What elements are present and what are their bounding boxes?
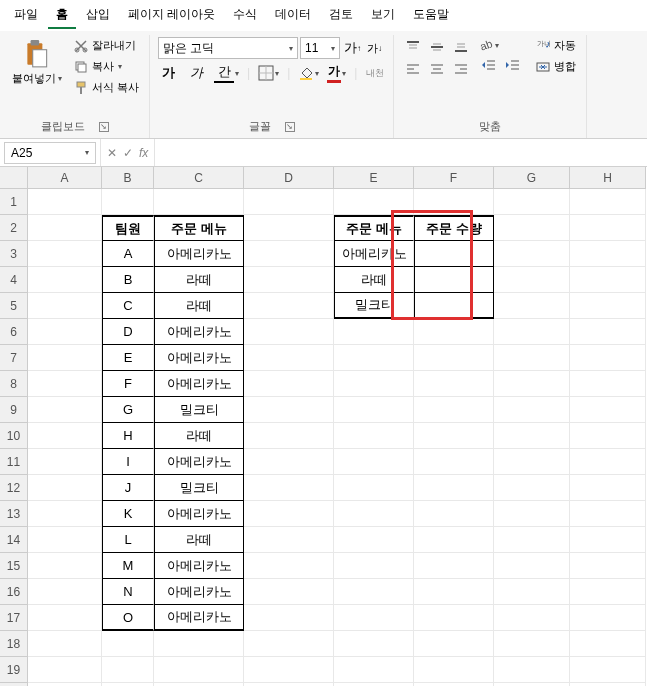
cell[interactable] bbox=[494, 267, 570, 293]
cell[interactable] bbox=[494, 527, 570, 553]
col-header[interactable]: G bbox=[494, 167, 570, 189]
insert-function-button[interactable]: fx bbox=[139, 146, 148, 160]
cell[interactable] bbox=[28, 449, 102, 475]
cell[interactable] bbox=[414, 657, 494, 683]
cell[interactable] bbox=[414, 345, 494, 371]
cell[interactable]: 팀원 bbox=[102, 215, 154, 241]
cell[interactable] bbox=[570, 579, 646, 605]
increase-font-button[interactable]: 가↑ bbox=[342, 37, 363, 59]
cell[interactable] bbox=[494, 605, 570, 631]
menu-file[interactable]: 파일 bbox=[6, 2, 46, 29]
cell[interactable] bbox=[334, 319, 414, 345]
cell[interactable] bbox=[28, 345, 102, 371]
cell[interactable] bbox=[244, 293, 334, 319]
cell[interactable] bbox=[334, 527, 414, 553]
menu-insert[interactable]: 삽입 bbox=[78, 2, 118, 29]
cell[interactable] bbox=[28, 657, 102, 683]
cell[interactable] bbox=[334, 423, 414, 449]
cell[interactable]: 라떼 bbox=[154, 293, 244, 319]
cell[interactable]: 라떼 bbox=[154, 527, 244, 553]
cell[interactable] bbox=[244, 423, 334, 449]
cell[interactable] bbox=[28, 553, 102, 579]
cell[interactable]: K bbox=[102, 501, 154, 527]
cell[interactable] bbox=[414, 371, 494, 397]
cell[interactable] bbox=[28, 267, 102, 293]
cell[interactable]: C bbox=[102, 293, 154, 319]
select-all-corner[interactable] bbox=[0, 167, 28, 189]
align-left-button[interactable] bbox=[402, 59, 424, 79]
cell[interactable]: I bbox=[102, 449, 154, 475]
cell[interactable] bbox=[102, 189, 154, 215]
cell[interactable] bbox=[494, 319, 570, 345]
cell[interactable] bbox=[28, 475, 102, 501]
cell[interactable] bbox=[494, 475, 570, 501]
cell[interactable]: O bbox=[102, 605, 154, 631]
col-header[interactable]: C bbox=[154, 167, 244, 189]
cell[interactable] bbox=[414, 241, 494, 267]
menu-review[interactable]: 검토 bbox=[321, 2, 361, 29]
cell[interactable]: 아메리카노 bbox=[154, 579, 244, 605]
dialog-launcher-icon[interactable]: ↘ bbox=[285, 122, 295, 132]
row-header[interactable]: 17 bbox=[0, 605, 28, 631]
cell[interactable] bbox=[244, 553, 334, 579]
cell[interactable] bbox=[570, 371, 646, 397]
menu-formulas[interactable]: 수식 bbox=[225, 2, 265, 29]
cell[interactable] bbox=[334, 397, 414, 423]
copy-button[interactable]: 복사 ▾ bbox=[72, 58, 141, 75]
cell[interactable] bbox=[334, 501, 414, 527]
cell[interactable]: G bbox=[102, 397, 154, 423]
cell[interactable] bbox=[494, 423, 570, 449]
row-header[interactable]: 12 bbox=[0, 475, 28, 501]
formula-input[interactable] bbox=[155, 139, 647, 166]
col-header[interactable]: F bbox=[414, 167, 494, 189]
cell[interactable] bbox=[414, 293, 494, 319]
cell[interactable] bbox=[570, 241, 646, 267]
cell[interactable] bbox=[570, 397, 646, 423]
cell[interactable] bbox=[494, 631, 570, 657]
cell[interactable] bbox=[494, 241, 570, 267]
cancel-formula-button[interactable]: ✕ bbox=[107, 146, 117, 160]
cell[interactable] bbox=[28, 371, 102, 397]
underline-button[interactable]: 간▾ bbox=[214, 63, 239, 83]
font-size-select[interactable]: 11 ▾ bbox=[300, 37, 340, 59]
cell[interactable]: A bbox=[102, 241, 154, 267]
cell[interactable]: 아메리카노 bbox=[154, 371, 244, 397]
fill-color-button[interactable]: ▾ bbox=[298, 65, 319, 81]
cell[interactable]: N bbox=[102, 579, 154, 605]
cell[interactable]: L bbox=[102, 527, 154, 553]
row-header[interactable]: 3 bbox=[0, 241, 28, 267]
cell[interactable] bbox=[414, 553, 494, 579]
cell[interactable] bbox=[244, 241, 334, 267]
format-painter-button[interactable]: 서식 복사 bbox=[72, 79, 141, 96]
row-header[interactable]: 16 bbox=[0, 579, 28, 605]
cell[interactable]: 아메리카노 bbox=[154, 345, 244, 371]
cell[interactable]: 아메리카노 bbox=[154, 449, 244, 475]
cell[interactable] bbox=[28, 605, 102, 631]
cell[interactable] bbox=[570, 345, 646, 371]
cell[interactable] bbox=[28, 423, 102, 449]
cell[interactable] bbox=[570, 189, 646, 215]
orientation-button[interactable]: ab ▾ bbox=[478, 37, 524, 53]
spreadsheet-grid[interactable]: A B C D E F G H 12팀원주문 메뉴주문 메뉴주문 수량3A아메리… bbox=[0, 167, 647, 686]
cell[interactable] bbox=[334, 189, 414, 215]
cell[interactable] bbox=[102, 657, 154, 683]
menu-data[interactable]: 데이터 bbox=[267, 2, 319, 29]
row-header[interactable]: 13 bbox=[0, 501, 28, 527]
cell[interactable] bbox=[494, 449, 570, 475]
cell[interactable] bbox=[334, 605, 414, 631]
cell[interactable] bbox=[570, 657, 646, 683]
row-header[interactable]: 8 bbox=[0, 371, 28, 397]
cell[interactable] bbox=[494, 579, 570, 605]
menu-help[interactable]: 도움말 bbox=[405, 2, 457, 29]
cell[interactable] bbox=[244, 267, 334, 293]
cell[interactable] bbox=[244, 397, 334, 423]
cell[interactable] bbox=[334, 579, 414, 605]
cell[interactable] bbox=[102, 631, 154, 657]
row-header[interactable]: 14 bbox=[0, 527, 28, 553]
cell[interactable] bbox=[28, 579, 102, 605]
cell[interactable] bbox=[414, 423, 494, 449]
menu-pagelayout[interactable]: 페이지 레이아웃 bbox=[120, 2, 223, 29]
align-bottom-button[interactable] bbox=[450, 37, 472, 57]
cell[interactable]: 밀크티 bbox=[154, 397, 244, 423]
cell[interactable] bbox=[28, 501, 102, 527]
